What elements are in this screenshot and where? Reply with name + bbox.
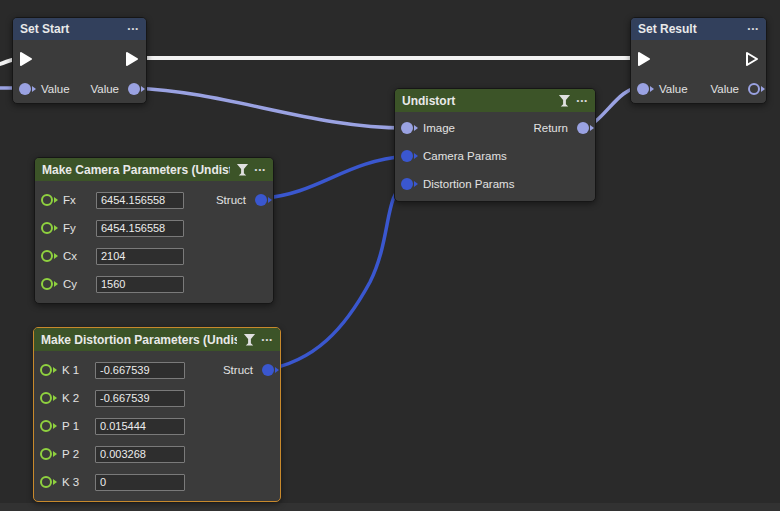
node-body: Fx Struct Fy Cx Cy [35, 181, 273, 300]
wire-distortion-struct-to-undistort[interactable] [264, 184, 406, 370]
fx-input[interactable] [96, 192, 184, 209]
value-in-label: Value [659, 83, 688, 95]
camera-params-in-pin[interactable] [401, 150, 413, 162]
fy-label: Fy [63, 222, 88, 234]
node-header[interactable]: Make Camera Parameters (Undistort) ••• [35, 158, 273, 181]
k1-label: K 1 [62, 364, 87, 376]
struct-out-label: Struct [223, 364, 253, 376]
menu-icon[interactable]: ••• [577, 90, 588, 112]
exec-out-pin[interactable] [745, 51, 760, 67]
pin-row-distortion-params: Distortion Params [395, 170, 595, 198]
cx-input[interactable] [96, 248, 184, 265]
fy-input[interactable] [96, 220, 184, 237]
node-title: Undistort [402, 94, 552, 108]
exec-row [631, 44, 766, 74]
node-set-result[interactable]: Set Result ••• Value Value [630, 17, 767, 104]
k2-input[interactable] [95, 390, 185, 407]
node-header[interactable]: Set Result ••• [631, 18, 766, 40]
cy-input[interactable] [96, 276, 184, 293]
cx-label: Cx [63, 250, 88, 262]
value-out-label: Value [710, 83, 739, 95]
exec-out-pin[interactable] [125, 51, 140, 67]
node-set-start[interactable]: Set Start ••• Value Value [12, 17, 147, 104]
wire-camera-struct-to-undistort[interactable] [264, 156, 406, 198]
node-graph-canvas[interactable]: Set Start ••• Value Value Set Result ••• [0, 0, 780, 511]
node-undistort[interactable]: Undistort ••• Image Return Camera Params… [394, 88, 596, 202]
node-body: K 1 Struct K 2 P 1 P 2 [34, 351, 280, 498]
return-out-pin[interactable] [577, 122, 589, 134]
node-body: Image Return Camera Params Distortion Pa… [395, 112, 595, 200]
node-header[interactable]: Undistort ••• [395, 89, 595, 112]
param-row-k3: K 3 [34, 468, 280, 496]
fx-in-pin[interactable] [41, 194, 53, 206]
param-row-k2: K 2 [34, 384, 280, 412]
param-row-p1: P 1 [34, 412, 280, 440]
param-row-p2: P 2 [34, 440, 280, 468]
param-row-k1: K 1 Struct [34, 356, 280, 384]
k2-label: K 2 [62, 392, 87, 404]
node-make-camera-parameters[interactable]: Make Camera Parameters (Undistort) ••• F… [34, 157, 274, 304]
image-in-label: Image [423, 122, 455, 134]
p2-in-pin[interactable] [40, 448, 52, 460]
node-header[interactable]: Make Distortion Parameters (Undistort) •… [34, 328, 280, 351]
node-title: Make Distortion Parameters (Undistort) [41, 333, 237, 347]
struct-out-label: Struct [216, 194, 246, 206]
value-out-label: Value [90, 83, 119, 95]
k2-in-pin[interactable] [40, 392, 52, 404]
p2-input[interactable] [95, 446, 185, 463]
exec-row [13, 44, 146, 74]
wire-set-start-value-to-undistort-image[interactable] [134, 88, 406, 128]
cy-label: Cy [63, 278, 88, 290]
param-row-fy: Fy [35, 214, 273, 242]
node-header[interactable]: Set Start ••• [13, 18, 146, 40]
node-body: Value Value [631, 40, 766, 106]
p1-input[interactable] [95, 418, 185, 435]
cy-in-pin[interactable] [41, 278, 53, 290]
pin-row-camera-params: Camera Params [395, 142, 595, 170]
node-body: Value Value [13, 40, 146, 106]
k3-in-pin[interactable] [40, 476, 52, 488]
distortion-params-in-pin[interactable] [401, 178, 413, 190]
p1-label: P 1 [62, 420, 87, 432]
camera-params-in-label: Camera Params [423, 150, 507, 162]
param-row-fx: Fx Struct [35, 186, 273, 214]
image-in-pin[interactable] [401, 122, 413, 134]
menu-icon[interactable]: ••• [128, 18, 139, 40]
p2-label: P 2 [62, 448, 87, 460]
k1-input[interactable] [95, 362, 185, 379]
param-row-cx: Cx [35, 242, 273, 270]
value-in-label: Value [41, 83, 70, 95]
value-out-pin[interactable] [128, 83, 140, 95]
k3-input[interactable] [95, 474, 185, 491]
exec-in-pin[interactable] [637, 51, 652, 67]
value-in-pin[interactable] [637, 83, 649, 95]
struct-out-pin[interactable] [262, 364, 274, 376]
node-title: Make Camera Parameters (Undistort) [42, 163, 230, 177]
funnel-filter-icon[interactable] [236, 163, 249, 176]
funnel-filter-icon[interactable] [243, 333, 256, 346]
k1-in-pin[interactable] [40, 364, 52, 376]
fy-in-pin[interactable] [41, 222, 53, 234]
menu-icon[interactable]: ••• [262, 329, 273, 351]
struct-out-pin[interactable] [255, 194, 267, 206]
menu-icon[interactable]: ••• [748, 18, 759, 40]
exec-in-pin[interactable] [19, 51, 34, 67]
fx-label: Fx [63, 194, 88, 206]
value-out-pin[interactable] [748, 83, 760, 95]
menu-icon[interactable]: ••• [255, 159, 266, 181]
value-row: Value Value [13, 74, 146, 104]
return-out-label: Return [533, 122, 568, 134]
node-title: Set Result [638, 22, 742, 36]
value-in-pin[interactable] [19, 83, 31, 95]
pin-row-image: Image Return [395, 114, 595, 142]
node-make-distortion-parameters[interactable]: Make Distortion Parameters (Undistort) •… [33, 327, 281, 502]
k3-label: K 3 [62, 476, 87, 488]
p1-in-pin[interactable] [40, 420, 52, 432]
param-row-cy: Cy [35, 270, 273, 298]
node-title: Set Start [20, 22, 122, 36]
funnel-filter-icon[interactable] [558, 94, 571, 107]
distortion-params-in-label: Distortion Params [423, 178, 514, 190]
value-row: Value Value [631, 74, 766, 104]
cx-in-pin[interactable] [41, 250, 53, 262]
